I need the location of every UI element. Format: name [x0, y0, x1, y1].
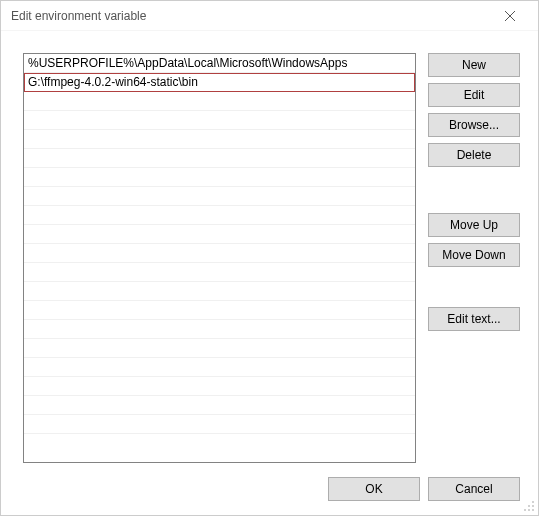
- list-item[interactable]: [24, 320, 415, 339]
- list-item[interactable]: [24, 149, 415, 168]
- list-item[interactable]: [24, 339, 415, 358]
- cancel-button[interactable]: Cancel: [428, 477, 520, 501]
- side-buttons: New Edit Browse... Delete Move Up Move D…: [428, 53, 520, 463]
- list-item[interactable]: [24, 92, 415, 111]
- list-item[interactable]: [24, 225, 415, 244]
- titlebar: Edit environment variable: [1, 1, 538, 31]
- main-area: %USERPROFILE%\AppData\Local\Microsoft\Wi…: [23, 53, 520, 463]
- list-item[interactable]: [24, 168, 415, 187]
- list-item[interactable]: [24, 415, 415, 434]
- list-item[interactable]: [24, 396, 415, 415]
- list-item[interactable]: [24, 244, 415, 263]
- edit-text-button[interactable]: Edit text...: [428, 307, 520, 331]
- path-listbox[interactable]: %USERPROFILE%\AppData\Local\Microsoft\Wi…: [23, 53, 416, 463]
- list-item[interactable]: [24, 187, 415, 206]
- list-item[interactable]: G:\ffmpeg-4.0.2-win64-static\bin: [24, 73, 415, 92]
- ok-button[interactable]: OK: [328, 477, 420, 501]
- dialog-window: Edit environment variable %USERPROFILE%\…: [0, 0, 539, 516]
- move-down-button[interactable]: Move Down: [428, 243, 520, 267]
- dialog-footer: OK Cancel: [23, 463, 520, 501]
- edit-button[interactable]: Edit: [428, 83, 520, 107]
- list-item[interactable]: [24, 263, 415, 282]
- list-item[interactable]: [24, 377, 415, 396]
- move-up-button[interactable]: Move Up: [428, 213, 520, 237]
- spacer: [428, 273, 520, 301]
- window-title: Edit environment variable: [11, 9, 146, 23]
- list-item[interactable]: [24, 282, 415, 301]
- list-item[interactable]: %USERPROFILE%\AppData\Local\Microsoft\Wi…: [24, 54, 415, 73]
- spacer: [428, 173, 520, 207]
- close-button[interactable]: [490, 2, 530, 30]
- list-item[interactable]: [24, 206, 415, 225]
- delete-button[interactable]: Delete: [428, 143, 520, 167]
- close-icon: [505, 11, 515, 21]
- dialog-content: %USERPROFILE%\AppData\Local\Microsoft\Wi…: [1, 31, 538, 515]
- list-item[interactable]: [24, 111, 415, 130]
- list-item[interactable]: [24, 301, 415, 320]
- new-button[interactable]: New: [428, 53, 520, 77]
- list-item[interactable]: [24, 358, 415, 377]
- browse-button[interactable]: Browse...: [428, 113, 520, 137]
- list-item[interactable]: [24, 130, 415, 149]
